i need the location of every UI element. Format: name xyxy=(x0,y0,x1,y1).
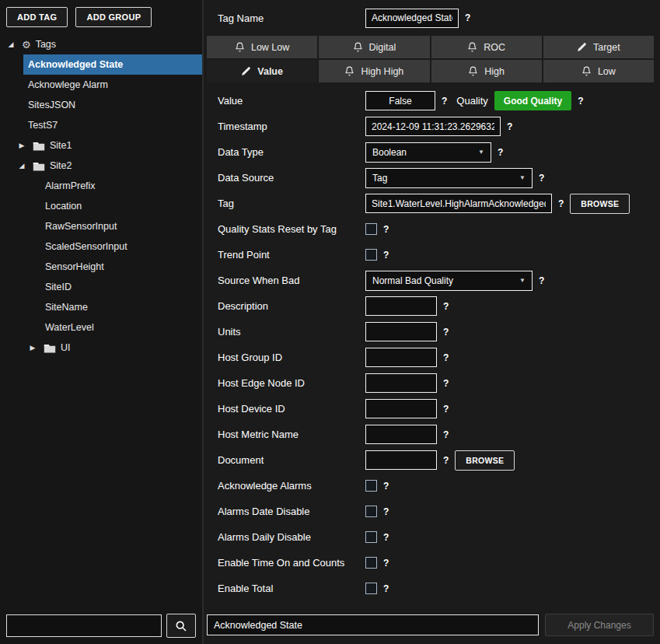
alarms-daily-disable-checkbox[interactable] xyxy=(365,531,377,543)
help-icon[interactable]: ? xyxy=(383,506,389,517)
tab-high[interactable]: High xyxy=(431,60,542,82)
help-icon[interactable]: ? xyxy=(443,378,449,389)
timestamp-label: Timestamp xyxy=(218,121,365,132)
tree-item-ui[interactable]: ▶ UI xyxy=(0,338,202,358)
tree-item-acknowlege-alarm[interactable]: Acknowlege Alarm xyxy=(0,75,202,95)
tab-high-high[interactable]: High High xyxy=(319,60,429,82)
quality-status-button[interactable]: Good Quality xyxy=(494,91,571,110)
tree-item-location[interactable]: Location xyxy=(0,196,202,216)
enable-total-checkbox[interactable] xyxy=(365,583,377,594)
folder-icon xyxy=(44,343,56,353)
quality-stats-row: Quality Stats Reset by Tag ? xyxy=(218,216,660,242)
trend-point-checkbox[interactable] xyxy=(365,249,377,261)
source-when-bad-select[interactable]: Normal Bad Quality ▼ xyxy=(365,271,533,291)
tag-input[interactable] xyxy=(365,194,552,213)
tree-item-alarmprefix[interactable]: AlarmPrefix xyxy=(0,176,202,196)
tag-name-input[interactable] xyxy=(365,9,459,28)
help-icon[interactable]: ? xyxy=(539,275,544,286)
tag-row: Tag ? BROWSE xyxy=(218,191,660,216)
host-device-id-label: Host Device ID xyxy=(218,403,365,415)
help-icon[interactable]: ? xyxy=(383,583,389,594)
help-icon[interactable]: ? xyxy=(383,250,389,261)
tree-item-site2[interactable]: ◢ Site2 xyxy=(0,156,202,176)
help-icon[interactable]: ? xyxy=(443,352,449,363)
help-icon[interactable]: ? xyxy=(443,429,449,440)
host-group-id-input[interactable] xyxy=(365,348,437,367)
enable-total-row: Enable Total ? xyxy=(218,576,660,601)
bell-icon xyxy=(581,66,592,76)
document-input[interactable] xyxy=(365,450,437,470)
pen-icon xyxy=(241,66,251,76)
search-button[interactable] xyxy=(166,614,196,638)
expander-expanded-icon[interactable]: ◢ xyxy=(5,40,17,48)
data-source-label: Data Source xyxy=(218,172,365,184)
tree-item-siteid[interactable]: SiteID xyxy=(0,277,202,297)
tree-item-acknowledged-state[interactable]: Acknowledged State xyxy=(0,54,202,75)
tree-search-input[interactable] xyxy=(6,614,162,637)
bell-icon xyxy=(344,66,354,76)
help-icon[interactable]: ? xyxy=(383,224,389,235)
bell-icon xyxy=(468,66,478,76)
data-type-label: Data Type xyxy=(218,146,365,158)
help-icon[interactable]: ? xyxy=(443,404,449,415)
help-icon[interactable]: ? xyxy=(507,121,512,132)
acknowledge-alarms-checkbox[interactable] xyxy=(365,480,377,492)
add-tag-button[interactable]: ADD TAG xyxy=(6,7,68,27)
help-icon[interactable]: ? xyxy=(498,147,503,158)
host-device-id-input[interactable] xyxy=(365,399,437,418)
tab-low-low[interactable]: Low Low xyxy=(207,36,317,58)
tab-roc[interactable]: ROC xyxy=(431,36,542,58)
tree-item-sitesjson[interactable]: SitesJSON xyxy=(0,95,202,115)
host-metric-name-input[interactable] xyxy=(365,425,437,444)
description-input[interactable] xyxy=(365,296,437,316)
alarms-daily-disable-row: Alarms Daily Disable ? xyxy=(218,524,660,550)
tree-item-site1[interactable]: ▶ Site1 xyxy=(0,135,202,156)
tree-item-tags[interactable]: ◢ ⚙ Tags xyxy=(0,34,202,54)
alarms-date-disable-checkbox[interactable] xyxy=(365,506,377,517)
tree-item-sensorheight[interactable]: SensorHeight xyxy=(0,257,202,277)
tree-item-sitename[interactable]: SiteName xyxy=(0,297,202,317)
apply-changes-button[interactable]: Apply Changes xyxy=(545,614,654,636)
help-icon[interactable]: ? xyxy=(442,96,447,107)
units-row: Units ? xyxy=(218,319,660,345)
document-browse-button[interactable]: BROWSE xyxy=(455,450,515,471)
host-edge-node-id-input[interactable] xyxy=(365,373,437,393)
tab-label: Value xyxy=(257,66,283,77)
help-icon[interactable]: ? xyxy=(539,173,544,184)
tag-name-footer-input[interactable] xyxy=(207,614,539,635)
help-icon[interactable]: ? xyxy=(383,558,389,569)
bell-icon xyxy=(467,42,477,52)
expander-collapsed-icon[interactable]: ▶ xyxy=(16,142,28,149)
help-icon[interactable]: ? xyxy=(465,12,470,23)
help-icon[interactable]: ? xyxy=(578,96,583,107)
tab-target[interactable]: Target xyxy=(543,36,654,58)
tree-item-tests7[interactable]: TestS7 xyxy=(0,115,202,135)
help-icon[interactable]: ? xyxy=(558,198,564,209)
folder-icon xyxy=(33,161,45,171)
tab-label: High xyxy=(484,66,505,77)
tab-value[interactable]: Value xyxy=(207,60,317,82)
data-type-select[interactable]: Boolean ▼ xyxy=(365,142,491,163)
help-icon[interactable]: ? xyxy=(383,532,389,543)
help-icon[interactable]: ? xyxy=(443,301,449,312)
tab-low[interactable]: Low xyxy=(543,60,654,82)
data-source-select[interactable]: Tag ▼ xyxy=(365,168,533,188)
tree-item-waterlevel[interactable]: WaterLevel xyxy=(0,317,202,338)
add-group-button[interactable]: ADD GROUP xyxy=(75,7,152,27)
tree-item-scaledsensorinput[interactable]: ScaledSensorInput xyxy=(0,236,202,257)
help-icon[interactable]: ? xyxy=(443,455,449,466)
tab-digital[interactable]: Digital xyxy=(319,36,429,58)
tree-item-rawsensorinput[interactable]: RawSensorInput xyxy=(0,216,202,236)
chevron-down-icon: ▼ xyxy=(519,174,526,181)
tree-item-label: Tags xyxy=(36,39,56,50)
expander-collapsed-icon[interactable]: ▶ xyxy=(26,344,39,352)
value-input[interactable] xyxy=(365,91,435,110)
enable-time-on-checkbox[interactable] xyxy=(365,557,377,569)
quality-stats-checkbox[interactable] xyxy=(365,223,377,235)
expander-expanded-icon[interactable]: ◢ xyxy=(16,162,28,170)
tag-browse-button[interactable]: BROWSE xyxy=(570,194,630,214)
timestamp-input[interactable] xyxy=(365,117,501,136)
help-icon[interactable]: ? xyxy=(443,327,449,338)
help-icon[interactable]: ? xyxy=(383,481,389,492)
units-input[interactable] xyxy=(365,322,437,341)
